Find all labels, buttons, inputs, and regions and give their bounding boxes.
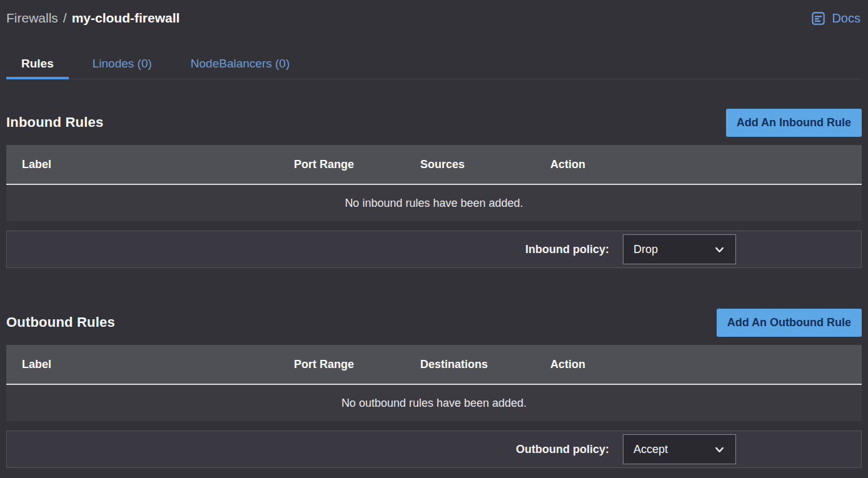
add-inbound-rule-button[interactable]: Add An Inbound Rule [726,109,862,137]
outbound-policy-row: Outbound policy: Accept [6,431,862,468]
add-outbound-rule-button[interactable]: Add An Outbound Rule [717,309,862,337]
tab-rules[interactable]: Rules [6,52,69,79]
breadcrumb-separator: / [63,11,67,26]
chevron-down-icon [714,244,725,256]
outbound-rules-title: Outbound Rules [6,314,115,331]
inbound-empty-row: No inbound rules have been added. [6,185,862,221]
tab-bar: Rules Linodes (0) NodeBalancers (0) [6,52,862,79]
tab-nodebalancers[interactable]: NodeBalancers (0) [176,52,305,79]
inbound-rules-title: Inbound Rules [6,114,103,131]
inbound-policy-label: Inbound policy: [525,243,609,256]
outbound-empty-row: No outbound rules have been added. [6,385,862,421]
outbound-col-action: Action [535,358,862,371]
inbound-policy-value: Drop [633,243,658,256]
inbound-col-label: Label [6,158,278,171]
tab-linodes[interactable]: Linodes (0) [78,52,167,79]
outbound-policy-select[interactable]: Accept [623,434,736,464]
inbound-policy-select[interactable]: Drop [623,234,736,264]
outbound-empty-message: No outbound rules have been added. [341,397,527,410]
inbound-col-port-range: Port Range [278,158,405,171]
outbound-section-head: Outbound Rules Add An Outbound Rule [6,308,862,337]
inbound-rules-table: Label Port Range Sources Action No inbou… [6,145,862,221]
inbound-section-head: Inbound Rules Add An Inbound Rule [6,108,862,137]
docs-link-label: Docs [832,11,860,26]
top-bar: Firewalls / my-cloud-firewall Docs [0,0,868,27]
breadcrumb: Firewalls / my-cloud-firewall [6,11,179,26]
outbound-col-destinations: Destinations [405,358,535,371]
outbound-rules-table: Label Port Range Destinations Action No … [6,345,862,421]
inbound-policy-row: Inbound policy: Drop [6,231,862,268]
outbound-table-header: Label Port Range Destinations Action [6,345,862,385]
outbound-policy-label: Outbound policy: [516,443,609,456]
firewall-detail-page: Firewalls / my-cloud-firewall Docs Rules… [0,0,868,478]
breadcrumb-current-firewall: my-cloud-firewall [72,11,180,26]
inbound-col-action: Action [535,158,862,171]
docs-icon [810,11,826,26]
inbound-table-header: Label Port Range Sources Action [6,145,862,185]
chevron-down-icon [714,444,725,456]
inbound-col-sources: Sources [405,158,535,171]
outbound-policy-value: Accept [633,443,668,456]
inbound-empty-message: No inbound rules have been added. [345,197,523,210]
breadcrumb-firewalls-link[interactable]: Firewalls [6,11,58,26]
outbound-col-port-range: Port Range [278,358,405,371]
docs-link[interactable]: Docs [810,11,862,26]
outbound-col-label: Label [6,358,278,371]
